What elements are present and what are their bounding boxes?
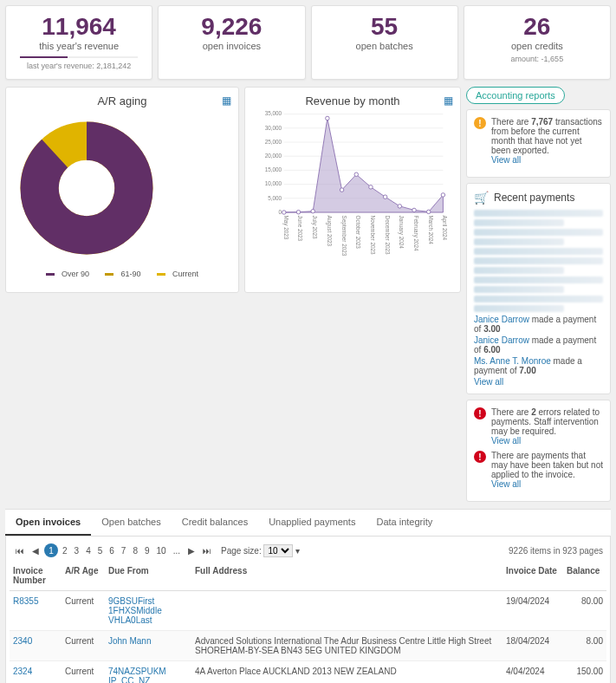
page-size-select[interactable]: 10 <box>263 544 293 557</box>
svg-text:35,000: 35,000 <box>265 111 282 116</box>
blurred-row <box>474 276 603 283</box>
pager-page[interactable]: ... <box>171 546 183 556</box>
blurred-row <box>474 296 603 302</box>
svg-text:10,000: 10,000 <box>265 180 282 186</box>
blurred-row <box>474 238 564 245</box>
card-open-batches[interactable]: 55 open batches <box>311 5 458 80</box>
svg-text:15,000: 15,000 <box>265 166 282 172</box>
col-header[interactable]: Balance <box>563 561 606 591</box>
pager-page[interactable]: 7 <box>119 546 129 556</box>
svg-text:May 2023: May 2023 <box>282 216 289 240</box>
blurred-row <box>474 210 603 217</box>
col-header[interactable]: Full Address <box>191 561 503 591</box>
tab-unapplied-payments[interactable]: Unapplied payments <box>258 510 366 536</box>
tab-credit-balances[interactable]: Credit balances <box>172 510 258 536</box>
svg-text:5,000: 5,000 <box>268 195 282 201</box>
panel-title: A/R aging <box>13 94 231 107</box>
payer-link[interactable]: Ms. Anne T. Monroe <box>474 356 551 366</box>
payer-link[interactable]: Janice Darrow <box>474 315 529 324</box>
panel-title: Revenue by month <box>252 94 453 107</box>
card-value: 26 <box>471 15 603 39</box>
svg-point-27 <box>412 208 417 211</box>
col-header[interactable]: A/R Age <box>62 561 105 591</box>
svg-point-1 <box>40 141 134 236</box>
invoice-grid: ⏮◀12345678910...▶⏭Page size: 10 ▾9226 it… <box>5 537 611 683</box>
col-header[interactable]: Invoice Date <box>503 561 563 591</box>
view-all-link[interactable]: View all <box>491 436 521 446</box>
progress-bar <box>20 56 138 58</box>
error-icon: ! <box>474 407 486 420</box>
svg-text:25,000: 25,000 <box>265 139 282 145</box>
card-sub: last year's revenue: 2,181,242 <box>13 62 145 70</box>
revenue-panel: ▦ Revenue by month 05,00010,00015,00020,… <box>244 87 461 293</box>
invoice-link[interactable]: 2340 <box>13 636 32 646</box>
svg-point-21 <box>326 116 330 120</box>
pager-first[interactable]: ⏮ <box>13 543 27 557</box>
view-all-link[interactable]: View all <box>491 479 521 489</box>
pager-next[interactable]: ▶ <box>185 543 198 557</box>
blurred-row <box>474 305 564 312</box>
calendar-icon[interactable]: ▦ <box>444 94 453 107</box>
card-label: open batches <box>319 41 451 51</box>
svg-text:April 2024: April 2024 <box>441 216 448 241</box>
blurred-row <box>474 286 564 293</box>
pager-page[interactable]: 1 <box>44 543 58 557</box>
pager-page[interactable]: 10 <box>154 546 169 556</box>
svg-text:January 2024: January 2024 <box>398 216 405 250</box>
pager-top: ⏮◀12345678910...▶⏭Page size: 10 ▾9226 it… <box>10 540 606 561</box>
svg-point-19 <box>296 210 301 214</box>
blurred-row <box>474 267 564 274</box>
pager-page[interactable]: 2 <box>60 546 70 556</box>
error-icon: ! <box>474 451 486 463</box>
summary-cards: 11,964 this year's revenue last year's r… <box>5 5 611 80</box>
payment-line: Ms. Anne T. Monroe made a payment of 7.0… <box>474 356 603 375</box>
card-sub: amount: -1,655 <box>471 55 603 63</box>
card-value: 9,226 <box>165 15 297 39</box>
card-label: open credits <box>471 41 603 51</box>
card-label: open invoices <box>165 41 297 51</box>
card-value: 55 <box>319 15 451 39</box>
pager-page[interactable]: 4 <box>83 546 94 556</box>
due-from-link[interactable]: 74NAZSPUKM IP_CC_NZ <box>108 667 166 683</box>
blurred-row <box>474 229 603 236</box>
svg-point-28 <box>426 210 431 214</box>
calendar-icon[interactable]: ▦ <box>222 94 231 107</box>
svg-text:20,000: 20,000 <box>265 153 282 159</box>
card-value: 11,964 <box>13 15 145 39</box>
svg-point-20 <box>311 209 315 213</box>
blurred-row <box>474 257 603 264</box>
invoice-link[interactable]: R8355 <box>13 596 38 606</box>
pager-page[interactable]: 9 <box>142 546 152 556</box>
tab-open-batches[interactable]: Open batches <box>91 510 172 536</box>
card-open-credits[interactable]: 26 open credits amount: -1,655 <box>464 5 611 80</box>
svg-text:June 2023: June 2023 <box>297 216 303 242</box>
view-all-link[interactable]: View all <box>474 377 503 387</box>
payment-line: Janice Darrow made a payment of 6.00 <box>474 335 603 355</box>
accounting-reports-button[interactable]: Accounting reports <box>466 87 565 104</box>
card-revenue[interactable]: 11,964 this year's revenue last year's r… <box>5 5 152 80</box>
pager-page[interactable]: 5 <box>95 546 106 556</box>
recent-payments-panel: 🛒 Recent payments Janice Darrow made a p… <box>466 183 611 394</box>
pager-prev[interactable]: ◀ <box>29 543 42 557</box>
tab-data-integrity[interactable]: Data integrity <box>366 510 443 536</box>
dropdown-icon: ▾ <box>295 546 300 556</box>
payer-link[interactable]: Janice Darrow <box>474 335 529 345</box>
pager-page[interactable]: 6 <box>107 546 117 556</box>
pager-last[interactable]: ⏭ <box>200 543 214 557</box>
view-all-link[interactable]: View all <box>491 155 521 165</box>
donut-chart <box>13 114 160 262</box>
reports-button-wrap: Accounting reports <box>466 87 611 104</box>
col-header[interactable]: Invoice Number <box>10 561 62 591</box>
svg-text:October 2023: October 2023 <box>355 216 361 250</box>
col-header[interactable]: Due From <box>105 561 191 591</box>
due-from-link[interactable]: John Mann <box>108 636 151 646</box>
invoice-link[interactable]: 2324 <box>13 667 32 676</box>
due-from-link[interactable]: 9GBSUFirst 1FHXSMiddle VHLA0Last <box>108 596 162 625</box>
svg-point-18 <box>282 211 287 215</box>
pager-page[interactable]: 3 <box>72 546 82 556</box>
card-open-invoices[interactable]: 9,226 open invoices <box>158 5 305 80</box>
table-row: R8355Current9GBSUFirst 1FHXSMiddle VHLA0… <box>10 591 606 631</box>
pager-page[interactable]: 8 <box>130 546 140 556</box>
tab-open-invoices[interactable]: Open invoices <box>5 510 91 536</box>
svg-point-24 <box>369 185 373 190</box>
